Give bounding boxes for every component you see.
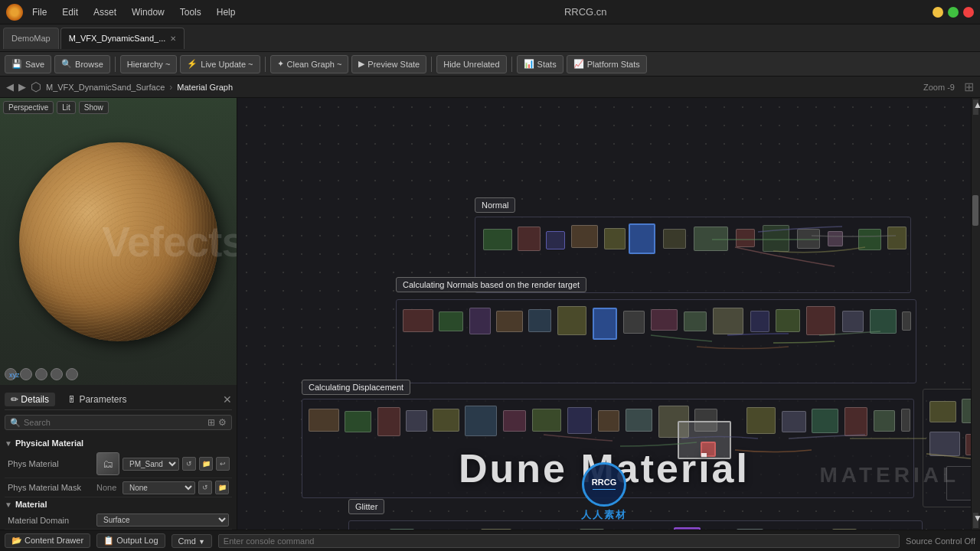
main-area: Perspective Lit Show Vefects xyz ✏ xyxy=(0,98,980,530)
menu-window[interactable]: Window xyxy=(129,5,168,19)
phys-material-mask-row: Phys Material Mask None None ↺ 📁 xyxy=(5,478,232,497)
cmd-input[interactable] xyxy=(218,534,900,548)
breadcrumb-sep: › xyxy=(169,82,172,93)
search-input[interactable] xyxy=(24,418,204,427)
live-update-icon: ⚡ xyxy=(187,59,198,69)
save-icon: 💾 xyxy=(11,59,22,69)
back-button[interactable]: ◀ xyxy=(6,81,14,93)
phys-mask-reset[interactable]: ↺ xyxy=(198,481,212,494)
scroll-up-button[interactable]: ▲ xyxy=(973,99,978,115)
close-button[interactable]: ✕ xyxy=(963,7,974,18)
panel-close-button[interactable]: ✕ xyxy=(223,393,232,406)
clean-graph-icon: ✦ xyxy=(277,59,284,69)
axis-indicator: xyz xyxy=(9,371,20,379)
scroll-track[interactable] xyxy=(972,116,980,511)
forward-button[interactable]: ▶ xyxy=(18,81,26,93)
right-node-group-1 xyxy=(923,389,971,507)
preview-state-button[interactable]: ▶ Preview State xyxy=(351,55,426,73)
source-control-status: Source Control Off xyxy=(906,536,975,546)
calculating-displacement-label: Calculating Displacement xyxy=(302,380,410,395)
perspective-button[interactable]: Perspective xyxy=(3,101,54,114)
material-section[interactable]: ▼ Material xyxy=(5,497,232,511)
breadcrumb-bar: ◀ ▶ ⬡ M_VFX_DynamicSand_Surface › Materi… xyxy=(0,77,980,98)
grid-view-icon[interactable]: ⊞ xyxy=(207,417,215,428)
details-header: ✏ Details 🎚 Parameters ✕ xyxy=(5,390,232,410)
right-scrollbar[interactable]: ▲ ▼ xyxy=(971,98,980,530)
normal-label: Normal xyxy=(475,197,515,213)
viewport-icon-3 xyxy=(35,368,47,380)
details-panel: ✏ Details 🎚 Parameters ✕ 🔍 ⊞ ⚙ ▼ Physica… xyxy=(0,385,237,530)
clean-graph-button[interactable]: ✦ Clean Graph ~ xyxy=(270,55,349,73)
material-domain-select[interactable]: Surface xyxy=(96,514,229,527)
section-arrow-mat: ▼ xyxy=(5,500,12,509)
phys-material-select[interactable]: PM_Sand xyxy=(122,458,179,471)
platform-stats-button[interactable]: 📈 Platform Stats xyxy=(567,55,647,73)
zoom-label: Zoom -9 xyxy=(923,83,955,92)
status-bar: 📂 Content Drawer 📋 Output Log Cmd ▼ Sour… xyxy=(0,530,980,551)
browse-icon: 🔍 xyxy=(61,59,72,69)
physical-material-section[interactable]: ▼ Physical Material xyxy=(5,436,232,450)
hide-unrelated-button[interactable]: Hide Unrelated xyxy=(436,55,506,73)
save-button[interactable]: 💾 Save xyxy=(5,55,51,73)
viewport-icon-4 xyxy=(51,368,63,380)
phys-mask-select[interactable]: None xyxy=(122,481,195,494)
hierarchy-button[interactable]: Hierarchy ~ xyxy=(120,55,178,73)
search-box: 🔍 ⊞ ⚙ xyxy=(5,415,232,430)
content-drawer-button[interactable]: 📂 Content Drawer xyxy=(5,533,90,548)
menu-tools[interactable]: Tools xyxy=(177,5,204,19)
browse-button[interactable]: 🔍 Browse xyxy=(54,55,110,73)
tab-demomap[interactable]: DemoMap xyxy=(3,28,59,49)
menu-edit[interactable]: Edit xyxy=(59,5,81,19)
phys-material-reset[interactable]: ↺ xyxy=(182,457,196,471)
stats-icon: 📊 xyxy=(524,59,534,69)
lit-button[interactable]: Lit xyxy=(57,101,76,114)
menu-bar: File Edit Asset Window Tools Help xyxy=(29,5,238,19)
cmd-button[interactable]: Cmd ▼ xyxy=(172,534,212,548)
graph-area[interactable]: Normal Calculating Normals based on the … xyxy=(237,98,971,530)
phys-material-arrow[interactable]: ↩ xyxy=(216,457,230,471)
scroll-thumb[interactable] xyxy=(972,195,978,226)
settings-icon[interactable]: ⚙ xyxy=(218,417,227,428)
title-bar: File Edit Asset Window Tools Help RRCG.c… xyxy=(0,0,980,24)
normals-group xyxy=(396,299,916,383)
tab-demomap-label: DemoMap xyxy=(11,34,51,43)
breadcrumb-current: Material Graph xyxy=(177,83,233,92)
pencil-icon: ✏ xyxy=(11,394,18,405)
viewport-toolbar: Perspective Lit Show xyxy=(3,101,109,114)
minimize-button[interactable]: — xyxy=(933,7,943,18)
show-button[interactable]: Show xyxy=(79,101,109,114)
cmd-chevron-icon: ▼ xyxy=(198,538,205,546)
content-drawer-icon: 📂 xyxy=(11,536,22,545)
tab-parameters[interactable]: 🎚 Parameters xyxy=(61,393,132,406)
layout-icon[interactable]: ⊞ xyxy=(964,80,974,94)
live-update-button[interactable]: ⚡ Live Update ~ xyxy=(180,55,260,73)
tab-details[interactable]: ✏ Details xyxy=(5,393,55,406)
maximize-button[interactable]: □ xyxy=(948,7,959,18)
menu-file[interactable]: File xyxy=(29,5,50,19)
displacement-group xyxy=(302,399,914,498)
preview-viewport: Perspective Lit Show Vefects xyz xyxy=(0,98,237,385)
params-icon: 🎚 xyxy=(67,394,77,405)
graph-icon: ⬡ xyxy=(31,80,41,94)
viewport-icon-2 xyxy=(20,368,32,380)
menu-asset[interactable]: Asset xyxy=(90,5,119,19)
normal-group xyxy=(475,217,911,293)
menu-help[interactable]: Help xyxy=(214,5,239,19)
phys-material-browse[interactable]: 📁 xyxy=(199,457,213,471)
glitter-group xyxy=(348,520,923,530)
breadcrumb-path1[interactable]: M_VFX_DynamicSand_Surface xyxy=(46,83,165,92)
tab-material[interactable]: M_VFX_DynamicSand_... ✕ xyxy=(60,28,185,49)
tab-material-label: M_VFX_DynamicSand_... xyxy=(69,34,166,43)
app-icon xyxy=(6,4,23,21)
phys-material-icon: 🗂 xyxy=(96,452,119,475)
output-log-button[interactable]: 📋 Output Log xyxy=(96,533,165,548)
viewport-icon-5 xyxy=(66,368,78,380)
scroll-down-button[interactable]: ▼ xyxy=(973,513,978,528)
glitter-label: Glitter xyxy=(348,499,384,514)
stats-button[interactable]: 📊 Stats xyxy=(517,55,564,73)
tabs-bar: DemoMap M_VFX_DynamicSand_... ✕ xyxy=(0,24,980,52)
phys-mask-browse[interactable]: 📁 xyxy=(215,481,229,494)
tab-close-icon[interactable]: ✕ xyxy=(170,34,176,43)
left-panel: Perspective Lit Show Vefects xyz ✏ xyxy=(0,98,237,530)
app-title: RRCG.cn xyxy=(238,6,933,18)
